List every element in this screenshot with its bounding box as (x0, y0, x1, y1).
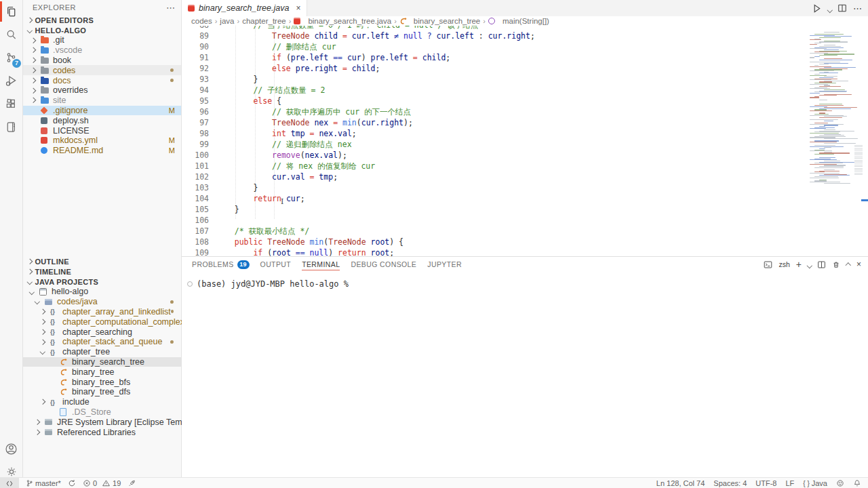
code-editor[interactable]: 8889909192939495969798991001011021031041… (182, 26, 868, 256)
code-line[interactable] (216, 215, 535, 226)
line-number[interactable]: 106 (182, 215, 209, 226)
java-project-item[interactable]: {}chapter_array_and_linkedlist (23, 307, 181, 317)
eol-status[interactable]: LF (785, 478, 794, 488)
run-java-button[interactable] (812, 3, 822, 14)
explorer-more-actions-icon[interactable]: ⋯ (166, 3, 176, 13)
code-line[interactable]: // 递归删除结点 nex (216, 139, 535, 150)
tab-close-icon[interactable]: × (296, 3, 300, 13)
run-dropdown-chevron-icon[interactable] (828, 2, 832, 14)
panel-tab-jupyter[interactable]: JUPYTER (427, 257, 462, 272)
java-project-item[interactable]: {}include (23, 397, 181, 407)
breadcrumb-item[interactable]: binary_search_tree (399, 17, 480, 25)
code-line[interactable]: TreeNode nex = min(cur.right); (216, 117, 535, 128)
workspace-root-section[interactable]: HELLO-ALGO (23, 25, 181, 35)
cursor-position-status[interactable]: Ln 128, Col 74 (656, 478, 705, 488)
java-project-item[interactable]: {}chapter_stack_and_queue (23, 337, 181, 347)
line-number[interactable]: 99 (182, 139, 209, 150)
problems-status[interactable]: 0 19 (83, 478, 121, 488)
explorer-file-item[interactable]: docs (23, 75, 181, 85)
line-number[interactable]: 92 (182, 63, 209, 74)
java-project-item[interactable]: binary_search_tree (23, 357, 181, 367)
code-line[interactable]: if (root == null) return root; (216, 247, 535, 256)
java-project-item[interactable]: {}chapter_computational_complexity (23, 317, 181, 327)
line-number[interactable]: 101 (182, 161, 209, 171)
open-editors-section[interactable]: OPEN EDITORS (23, 15, 181, 25)
java-project-item[interactable]: .DS_Store (23, 407, 181, 418)
remote-indicator[interactable] (0, 478, 19, 488)
line-number[interactable]: 94 (182, 85, 209, 96)
explorer-file-item[interactable]: .git (23, 35, 181, 45)
sync-status[interactable] (68, 478, 76, 488)
timeline-section[interactable]: TIMELINE (23, 266, 181, 277)
java-project-item[interactable]: Referenced Libraries (23, 427, 181, 437)
breadcrumb-item[interactable]: chapter_tree (242, 17, 286, 25)
java-project-item[interactable]: {}chapter_searching (23, 327, 181, 337)
line-number[interactable]: 91 (182, 52, 209, 63)
split-editor-icon[interactable] (837, 3, 847, 13)
explorer-file-item[interactable]: overrides (23, 85, 181, 96)
line-number[interactable]: 98 (182, 128, 209, 139)
code-line[interactable]: // 当子结点数量 = 0 / 1 时， child = null / 该子结点 (216, 26, 535, 30)
java-project-item[interactable]: binary_tree_bfs (23, 377, 181, 387)
java-ready-status[interactable] (127, 478, 136, 488)
java-project-item[interactable]: binary_tree (23, 367, 181, 377)
editor-gutter[interactable]: 8889909192939495969798991001011021031041… (182, 26, 209, 256)
explorer-file-item[interactable]: book (23, 56, 181, 66)
line-number[interactable]: 108 (182, 237, 209, 247)
encoding-status[interactable]: UTF-8 (755, 478, 776, 488)
explorer-file-item[interactable]: .gitignoreM (23, 106, 181, 116)
account-button[interactable] (0, 437, 22, 460)
java-project-item[interactable]: codes/java (23, 297, 181, 307)
maximize-panel-icon[interactable] (846, 260, 850, 268)
code-line[interactable]: // 子结点数量 = 2 (216, 85, 535, 96)
line-number[interactable]: 100 (182, 150, 209, 161)
code-line[interactable]: // 删除结点 cur (216, 41, 535, 52)
code-line[interactable]: /* 获取最小结点 */ (216, 226, 535, 237)
line-number[interactable]: 104 (182, 193, 209, 204)
code-line[interactable]: } (216, 182, 535, 193)
code-line[interactable]: // 获取中序遍历中 cur 的下一个结点 (216, 106, 535, 117)
tab-binary-search-tree[interactable]: binary_search_tree.java × (182, 0, 307, 16)
breadcrumb-item[interactable]: java (220, 17, 234, 25)
line-number[interactable]: 93 (182, 74, 209, 85)
line-number[interactable]: 97 (182, 117, 209, 128)
line-number[interactable]: 102 (182, 171, 209, 182)
terminal-content[interactable]: (base) jyd@JYD-MBP hello-algo % (187, 279, 868, 289)
explorer-file-item[interactable]: codes (23, 65, 181, 75)
language-mode-status[interactable]: { } Java (803, 478, 827, 488)
breadcrumb-item[interactable]: codes (191, 17, 212, 25)
code-line[interactable]: int tmp = nex.val; (216, 128, 535, 139)
panel-tab-debug-console[interactable]: DEBUG CONSOLE (351, 257, 416, 272)
code-line[interactable]: return cur; (216, 193, 535, 204)
notifications-status[interactable] (853, 478, 861, 488)
code-line[interactable]: else pre.right = child; (216, 63, 535, 74)
breadcrumb-item[interactable]: binary_search_tree.java (294, 17, 391, 25)
line-number[interactable]: 95 (182, 96, 209, 106)
indentation-status[interactable]: Spaces: 4 (713, 478, 747, 488)
git-branch-status[interactable]: master* (26, 478, 61, 488)
notebook-activity-button[interactable] (0, 115, 22, 138)
close-panel-icon[interactable]: × (856, 260, 861, 269)
code-line[interactable]: TreeNode child = cur.left ≠ null ? cur.l… (216, 30, 535, 41)
panel-tab-terminal[interactable]: TERMINAL (302, 257, 340, 272)
search-activity-button[interactable] (0, 23, 22, 46)
explorer-file-item[interactable]: LICENSE (23, 125, 181, 136)
explorer-file-item[interactable]: README.mdM (23, 146, 181, 156)
code-line[interactable]: public TreeNode min(TreeNode root) { (216, 237, 535, 247)
more-actions-icon[interactable]: ⋯ (853, 3, 863, 14)
line-number[interactable]: 107 (182, 226, 209, 237)
explorer-file-item[interactable]: .vscode (23, 45, 181, 56)
line-number[interactable]: 89 (182, 30, 209, 41)
explorer-file-item[interactable]: deploy.sh (23, 115, 181, 125)
code-line[interactable]: remove(nex.val); (216, 150, 535, 161)
code-line[interactable]: if (pre.left == cur) pre.left = child; (216, 52, 535, 63)
line-number[interactable]: 109 (182, 247, 209, 256)
split-terminal-icon[interactable] (817, 260, 826, 269)
panel-tab-output[interactable]: OUTPUT (260, 257, 292, 272)
code-line[interactable]: // 将 nex 的值复制给 cur (216, 161, 535, 171)
minimap[interactable] (807, 30, 859, 251)
line-number[interactable]: 90 (182, 41, 209, 52)
java-project-item[interactable]: binary_tree_dfs (23, 387, 181, 397)
java-project-item[interactable]: {}chapter_tree (23, 347, 181, 357)
code-line[interactable]: else { (216, 96, 535, 106)
